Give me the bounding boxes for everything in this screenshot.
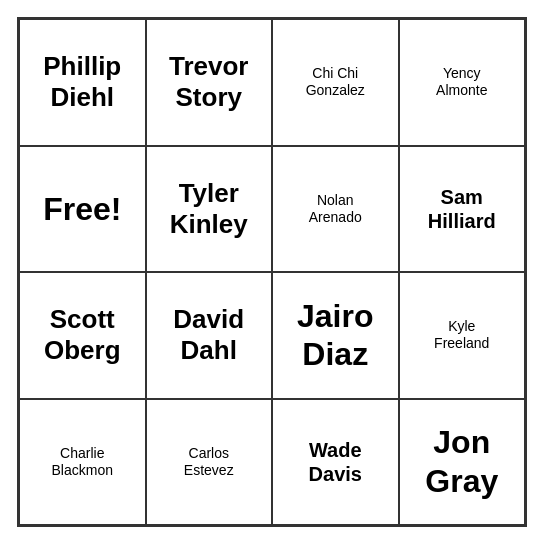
cell-text-r0c3: YencyAlmonte: [436, 65, 487, 99]
cell-r0c3: YencyAlmonte: [399, 19, 526, 146]
cell-r3c2: WadeDavis: [272, 399, 399, 526]
cell-text-r2c1: DavidDahl: [173, 304, 244, 366]
cell-r0c0: PhillipDiehl: [19, 19, 146, 146]
cell-text-r3c2: WadeDavis: [309, 438, 362, 486]
cell-text-r1c3: SamHilliard: [428, 185, 496, 233]
cell-r0c1: TrevorStory: [146, 19, 273, 146]
cell-r2c2: JairoDiaz: [272, 272, 399, 399]
cell-text-r2c2: JairoDiaz: [297, 297, 373, 374]
cell-text-r1c2: NolanArenado: [309, 192, 362, 226]
cell-text-r3c0: CharlieBlackmon: [52, 445, 113, 479]
cell-r1c2: NolanArenado: [272, 146, 399, 273]
cell-r1c1: TylerKinley: [146, 146, 273, 273]
cell-r3c0: CharlieBlackmon: [19, 399, 146, 526]
bingo-card: PhillipDiehlTrevorStoryChi ChiGonzalezYe…: [17, 17, 527, 527]
cell-r0c2: Chi ChiGonzalez: [272, 19, 399, 146]
cell-text-r3c3: JonGray: [425, 423, 498, 500]
cell-r2c0: ScottOberg: [19, 272, 146, 399]
cell-text-r0c2: Chi ChiGonzalez: [306, 65, 365, 99]
cell-r3c1: CarlosEstevez: [146, 399, 273, 526]
cell-r1c0: Free!: [19, 146, 146, 273]
cell-text-r2c3: KyleFreeland: [434, 318, 489, 352]
cell-text-r0c0: PhillipDiehl: [43, 51, 121, 113]
cell-r2c3: KyleFreeland: [399, 272, 526, 399]
cell-text-r0c1: TrevorStory: [169, 51, 249, 113]
cell-r1c3: SamHilliard: [399, 146, 526, 273]
cell-text-r1c0: Free!: [43, 190, 121, 228]
cell-r3c3: JonGray: [399, 399, 526, 526]
cell-text-r2c0: ScottOberg: [44, 304, 121, 366]
cell-r2c1: DavidDahl: [146, 272, 273, 399]
cell-text-r3c1: CarlosEstevez: [184, 445, 234, 479]
cell-text-r1c1: TylerKinley: [170, 178, 248, 240]
